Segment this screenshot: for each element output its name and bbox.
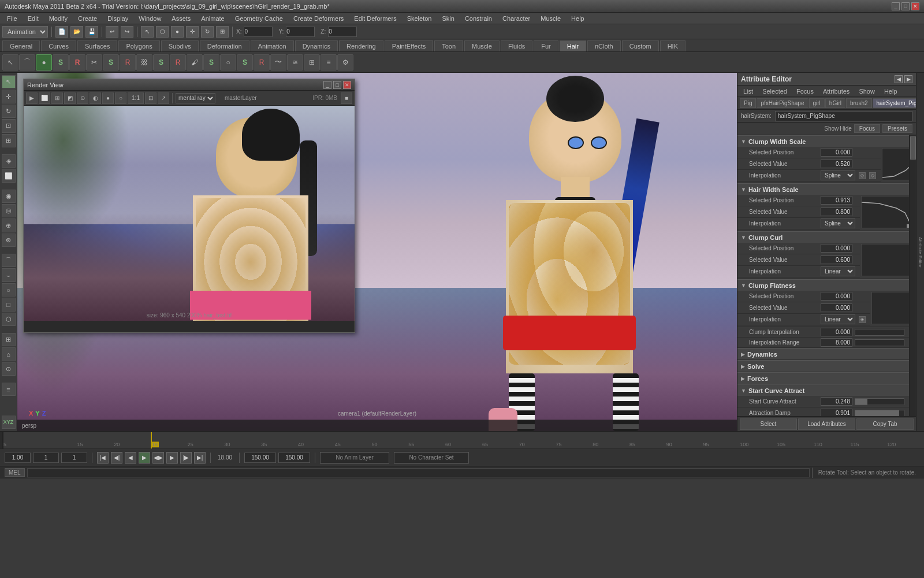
region-render[interactable]: ⬜: [2, 169, 16, 182]
render-btn5[interactable]: ⊙: [77, 92, 88, 104]
mode-select[interactable]: Animation: [2, 26, 48, 38]
edge-tab-attr[interactable]: Attribute Editor: [916, 235, 924, 270]
attr-scroll-area[interactable]: ▼ Clump Width Scale Selected Position Se…: [737, 135, 909, 416]
arrow-tool-btn[interactable]: ↖: [2, 54, 18, 71]
r4-btn[interactable]: R: [254, 54, 270, 71]
hw-sel-val-input[interactable]: [821, 208, 852, 216]
minimize-btn[interactable]: _: [892, 2, 900, 10]
next-key-btn[interactable]: |▶: [180, 452, 192, 464]
cc-sel-val-input[interactable]: [821, 255, 852, 264]
hw-interp-select[interactable]: Spline: [821, 218, 855, 228]
clump-interp-select[interactable]: Spline: [821, 171, 855, 180]
render-btn1[interactable]: ▶: [26, 92, 38, 104]
attr-next-btn[interactable]: ▶: [904, 75, 912, 83]
node-tab-hgirl[interactable]: hGirl: [825, 98, 845, 108]
select-tool[interactable]: ↖: [2, 75, 16, 88]
cf-key-btn[interactable]: ◈: [859, 316, 866, 323]
render-min-btn[interactable]: _: [323, 81, 331, 89]
add-key-btn[interactable]: ◇: [859, 172, 866, 179]
select-btn[interactable]: Select: [740, 418, 797, 430]
cf-interp-select[interactable]: Linear: [821, 314, 855, 324]
node-tab-girl[interactable]: girl: [809, 98, 825, 108]
new-scene-btn[interactable]: 📄: [55, 26, 68, 38]
presets-btn[interactable]: Presets: [882, 124, 912, 133]
tab-deformation[interactable]: Deformation: [200, 40, 249, 51]
sel-val-input[interactable]: [821, 160, 852, 168]
curve-tool-btn[interactable]: ⌒: [19, 54, 35, 71]
menu-createdeformers[interactable]: Create Deformers: [289, 14, 348, 23]
snap-curve[interactable]: ⌂: [2, 347, 16, 361]
play-back-btn[interactable]: ◀▶: [152, 452, 164, 464]
render-btn8[interactable]: ○: [115, 92, 126, 104]
menu-constrain[interactable]: Constrain: [460, 14, 497, 23]
joint-tool[interactable]: ⊕: [2, 218, 16, 232]
solve-header[interactable]: ▶ Solve: [737, 360, 909, 372]
render-btn7[interactable]: ●: [102, 92, 114, 104]
sel-pos-input[interactable]: [821, 148, 852, 157]
hair-width-scale-header[interactable]: ▼ Hair Width Scale: [737, 183, 909, 195]
axis-btn[interactable]: XYZ: [2, 416, 16, 429]
x-input[interactable]: [244, 27, 273, 37]
r3-btn[interactable]: R: [170, 54, 186, 71]
render-btn9[interactable]: ⊡: [145, 92, 157, 104]
tab-fluids[interactable]: Fluids: [501, 40, 532, 51]
render-ratio[interactable]: 1:1: [128, 92, 144, 104]
timeline-bar[interactable]: 5 15 20 18 25 30 35 40 45 50 55 60 65 70…: [0, 431, 924, 449]
current-frame-input[interactable]: [33, 453, 59, 463]
key-btn2[interactable]: ◇: [869, 172, 876, 179]
nurbs-sphere[interactable]: ○: [2, 283, 16, 297]
goto-start-btn[interactable]: |◀: [97, 452, 109, 464]
forces-header[interactable]: ▶ Forces: [737, 372, 909, 384]
interp-range-input[interactable]: [821, 338, 852, 347]
render-view-window[interactable]: Render View _ □ ✕ ▶ ⬜ ⊞ ◩ ⊙ ◐ ● ○: [23, 79, 355, 333]
hair-system-input[interactable]: [775, 111, 912, 121]
menu-modify[interactable]: Modify: [44, 14, 72, 23]
layer-btn[interactable]: ≡: [2, 383, 16, 396]
rotate-tool[interactable]: ↻: [2, 105, 16, 118]
green-s3-btn[interactable]: S: [203, 54, 219, 71]
menu-character[interactable]: Character: [498, 14, 535, 23]
snap-grid[interactable]: ⊞: [2, 333, 16, 346]
tab-animation[interactable]: Animation: [251, 40, 294, 51]
maximize-btn[interactable]: □: [901, 2, 910, 10]
open-btn[interactable]: 📂: [70, 26, 83, 38]
select-btn[interactable]: ↖: [141, 26, 154, 38]
r2-btn[interactable]: R: [120, 54, 136, 71]
attr-scrollbar-thumb[interactable]: [910, 136, 916, 160]
attr-tab-list[interactable]: List: [740, 87, 757, 96]
scale-btn[interactable]: ⊞: [216, 26, 229, 38]
cc-sel-pos-input[interactable]: [821, 244, 852, 253]
hw-sel-pos-input[interactable]: [821, 196, 852, 205]
stripes-btn[interactable]: ≡: [321, 54, 337, 71]
y-input[interactable]: [286, 27, 315, 37]
paint-btn[interactable]: ●: [171, 26, 184, 38]
s-btn[interactable]: S: [53, 54, 69, 71]
menu-assets[interactable]: Assets: [167, 14, 195, 23]
green-s4-btn[interactable]: S: [237, 54, 253, 71]
menu-help[interactable]: Help: [567, 14, 589, 23]
render-btn2[interactable]: ⬜: [39, 92, 50, 104]
play-fwd-btn[interactable]: ▶: [139, 452, 150, 464]
node-tab-pig[interactable]: Pig: [740, 98, 756, 108]
menu-window[interactable]: Window: [134, 14, 166, 23]
pb-start-input[interactable]: [244, 453, 276, 463]
cf-sel-pos-input[interactable]: [821, 292, 852, 301]
brush-tool-btn[interactable]: 🖌: [187, 54, 203, 71]
interp-range-slider[interactable]: [855, 339, 904, 346]
attr-scrollbar[interactable]: [909, 135, 916, 416]
move-tool[interactable]: ✛: [2, 90, 16, 103]
prev-frame-btn[interactable]: ◀: [125, 452, 136, 464]
prev-key-btn[interactable]: ◀|: [111, 452, 122, 464]
menu-edit[interactable]: Edit: [23, 14, 43, 23]
render-btn3[interactable]: ⊞: [51, 92, 63, 104]
poly-cube[interactable]: □: [2, 298, 16, 311]
save-btn[interactable]: 💾: [85, 26, 98, 38]
green-s-btn[interactable]: S: [103, 54, 119, 71]
menu-animate[interactable]: Animate: [196, 14, 229, 23]
attr-prev-btn[interactable]: ◀: [895, 75, 903, 83]
scissors-btn[interactable]: ✂: [86, 54, 102, 71]
tab-dynamics[interactable]: Dynamics: [295, 40, 338, 51]
time-indicator[interactable]: [151, 432, 152, 449]
tab-subdivs[interactable]: Subdivs: [161, 40, 199, 51]
tab-toon[interactable]: Toon: [434, 40, 463, 51]
